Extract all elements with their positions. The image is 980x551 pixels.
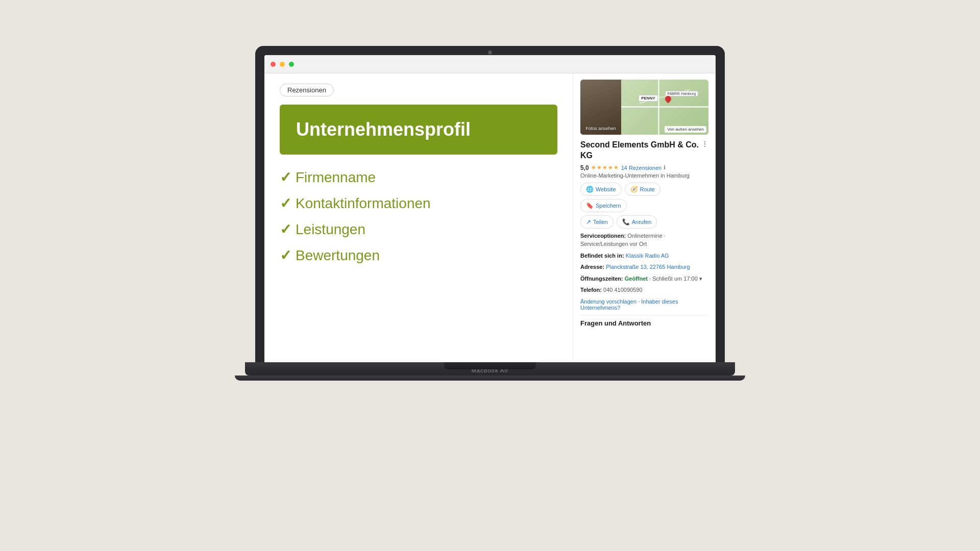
checkmark-icon: ✓ bbox=[280, 169, 291, 186]
aenderung-link[interactable]: Änderung vorschlagen bbox=[580, 298, 636, 305]
camera bbox=[488, 51, 492, 55]
rating-score: 5,0 bbox=[580, 164, 589, 171]
checklist-item-4: Bewertungen bbox=[296, 247, 380, 264]
building-photo: Fotos ansehen bbox=[580, 80, 621, 135]
service-label: Serviceoptionen: bbox=[580, 233, 626, 239]
stars-icon: ★★★★★ bbox=[591, 164, 619, 171]
right-panel: Fotos ansehen bbox=[573, 73, 716, 362]
telefon-row: Telefon: 040 410090590 bbox=[580, 286, 708, 294]
befindet-value[interactable]: Klassik Radio AG bbox=[626, 253, 669, 259]
reviews-link[interactable]: 14 Rezensionen bbox=[621, 165, 662, 171]
teilen-button[interactable]: ↗ Teilen bbox=[580, 215, 614, 229]
close-dot bbox=[271, 62, 276, 67]
service-row: Serviceoptionen: Onlinetermine · Service… bbox=[580, 232, 708, 248]
screen: Rezensionen Unternehmensprofil ✓ Firmenn… bbox=[264, 55, 716, 362]
left-panel: Rezensionen Unternehmensprofil ✓ Firmenn… bbox=[264, 73, 573, 362]
more-options-icon[interactable]: ⋮ bbox=[701, 140, 708, 148]
business-type: Online-Marketing-Unternehmen in Hamburg bbox=[580, 172, 708, 179]
hero-title: Unternehmensprofil bbox=[296, 119, 541, 140]
oeffnung-label: Öffnungszeiten: bbox=[580, 276, 623, 282]
checklist-item-3: Leistungen bbox=[296, 221, 365, 238]
oeffnung-row: Öffnungszeiten: Geöffnet · Schließt um 1… bbox=[580, 274, 708, 283]
route-button[interactable]: 🧭 Route bbox=[625, 183, 660, 196]
website-label: Website bbox=[596, 186, 616, 192]
edit-links: Änderung vorschlagen · Inhaber dieses Un… bbox=[580, 298, 708, 311]
list-item: ✓ Kontaktinformationen bbox=[280, 195, 557, 212]
checkmark-icon: ✓ bbox=[280, 247, 291, 264]
adresse-value[interactable]: Planckstraße 13, 22765 Hamburg bbox=[606, 264, 690, 270]
laptop: Rezensionen Unternehmensprofil ✓ Firmenn… bbox=[245, 46, 735, 505]
browser-bar bbox=[264, 55, 716, 73]
route-label: Route bbox=[640, 186, 655, 192]
list-item: ✓ Leistungen bbox=[280, 221, 557, 238]
teilen-icon: ↗ bbox=[586, 218, 591, 226]
info-icon: ℹ bbox=[664, 164, 666, 171]
adresse-label: Adresse: bbox=[580, 264, 604, 270]
anrufen-icon: 📞 bbox=[622, 218, 630, 226]
faq-section: Fragen und Antworten bbox=[580, 315, 708, 327]
anrufen-button[interactable]: 📞 Anrufen bbox=[617, 215, 657, 229]
penny-label: PENNY bbox=[639, 95, 658, 102]
list-item: ✓ Bewertungen bbox=[280, 247, 557, 264]
oeffnung-close[interactable]: · Schließt um 17:00 ▾ bbox=[649, 276, 702, 282]
speichern-label: Speichern bbox=[596, 203, 621, 209]
fabrik-label: FABRIK Hamburg bbox=[665, 91, 699, 96]
von-aussen-button[interactable]: Von außen ansehen bbox=[665, 126, 706, 133]
map-container[interactable]: Fotos ansehen bbox=[580, 80, 708, 135]
teilen-label: Teilen bbox=[593, 219, 608, 225]
tab-bar: Rezensionen bbox=[280, 84, 557, 96]
content-area: Rezensionen Unternehmensprofil ✓ Firmenn… bbox=[264, 73, 716, 362]
speichern-icon: 🔖 bbox=[586, 202, 594, 209]
fullscreen-dot bbox=[289, 62, 294, 67]
screen-bezel: Rezensionen Unternehmensprofil ✓ Firmenn… bbox=[255, 46, 725, 362]
checklist: ✓ Firmenname ✓ Kontaktinformationen ✓ Le… bbox=[280, 169, 557, 264]
rezensionen-tab[interactable]: Rezensionen bbox=[280, 84, 334, 96]
befindet-label: Befindet sich in: bbox=[580, 253, 624, 259]
checkmark-icon: ✓ bbox=[280, 221, 291, 238]
befindet-row: Befindet sich in: Klassik Radio AG bbox=[580, 252, 708, 260]
telefon-label: Telefon: bbox=[580, 287, 602, 293]
action-buttons-row1: 🌐 Website 🧭 Route 🔖 Speichern bbox=[580, 183, 708, 212]
website-icon: 🌐 bbox=[586, 186, 594, 193]
hero-banner: Unternehmensprofil bbox=[280, 105, 557, 155]
checkmark-icon: ✓ bbox=[280, 195, 291, 212]
oeffnung-open: Geöffnet bbox=[625, 276, 648, 282]
business-name: Second Elements GmbH & Co. KG bbox=[580, 140, 701, 161]
laptop-bottom-bar bbox=[235, 375, 745, 381]
adresse-row: Adresse: Planckstraße 13, 22765 Hamburg bbox=[580, 263, 708, 271]
list-item: ✓ Firmenname bbox=[280, 169, 557, 186]
laptop-base: MacBook Air bbox=[245, 362, 735, 375]
telefon-value: 040 410090590 bbox=[603, 287, 642, 293]
laptop-notch bbox=[444, 362, 536, 369]
anrufen-label: Anrufen bbox=[632, 219, 652, 225]
fotos-label: Fotos ansehen bbox=[585, 126, 616, 131]
stars-row: 5,0 ★★★★★ 14 Rezensionen ℹ bbox=[580, 164, 708, 171]
checklist-item-2: Kontaktinformationen bbox=[296, 195, 431, 212]
minimize-dot bbox=[280, 62, 285, 67]
checklist-item-1: Firmenname bbox=[296, 169, 376, 186]
website-button[interactable]: 🌐 Website bbox=[580, 183, 622, 196]
speichern-button[interactable]: 🔖 Speichern bbox=[580, 199, 627, 212]
action-buttons-row2: ↗ Teilen 📞 Anrufen bbox=[580, 215, 708, 229]
route-icon: 🧭 bbox=[630, 186, 638, 193]
